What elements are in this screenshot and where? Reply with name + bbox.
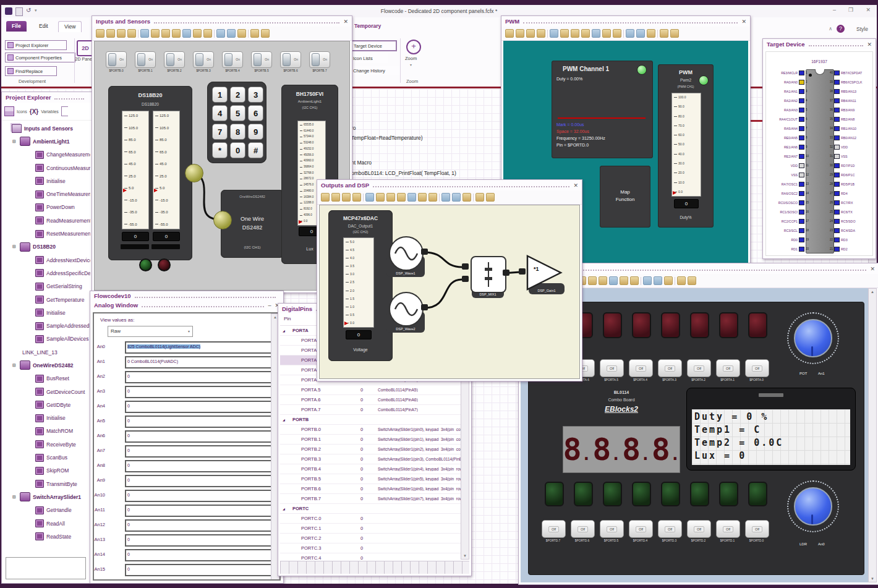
mix-in2-connector[interactable] <box>462 276 469 282</box>
toolbar-icon[interactable] <box>261 29 270 38</box>
keypad-key[interactable]: 9 <box>248 124 263 140</box>
toolbar-icon[interactable] <box>516 29 524 38</box>
keypad-key[interactable]: 2 <box>230 87 245 103</box>
toolbar-icon[interactable] <box>439 194 440 202</box>
toggle-switch[interactable]: On <box>251 51 272 68</box>
board-switch[interactable]: Off $PORTA.5 <box>600 359 623 381</box>
toolbar-icon[interactable] <box>664 276 673 285</box>
tree-item[interactable]: ⊟ OneWireDS2482 <box>4 359 90 372</box>
analog-value-field[interactable]: 0 <box>125 564 272 576</box>
toolbar-icon[interactable] <box>647 29 655 38</box>
toolbar-icon[interactable] <box>547 30 548 38</box>
toolbar-icon[interactable] <box>486 193 495 202</box>
help-icon[interactable]: ? <box>837 25 845 33</box>
toolbar-icon[interactable] <box>462 193 471 202</box>
board-switch[interactable]: Off $PORTD.2 <box>687 520 710 542</box>
digital-pin-row[interactable]: ◢ PORTC <box>280 504 461 514</box>
mix-in1-connector[interactable] <box>462 263 469 270</box>
chip-pin[interactable]: 38RB5/AN13 <box>828 89 872 93</box>
ds18b20-slider-2[interactable]: 125.0105.085.065.045.025.05.0-15.0-35.0-… <box>153 111 180 229</box>
tree-item[interactable]: GetDeviceCount <box>4 385 90 398</box>
chip-pin[interactable]: RA7/OSC113 <box>767 182 811 186</box>
zoom-button[interactable]: Zoom <box>405 56 417 61</box>
slider-marker[interactable] <box>344 322 348 325</box>
onewire-node-2[interactable] <box>213 211 232 229</box>
toggle-switch[interactable]: Off <box>629 520 653 538</box>
chip-pin[interactable]: RE3/MCLR1 <box>767 70 811 75</box>
slider-marker[interactable] <box>673 191 676 195</box>
digital-pin-row[interactable]: PORTB.7 0 SwitchArray(Slider1(pin7), key… <box>280 494 461 504</box>
tree-item[interactable]: ⊟ DS18B20 <box>4 241 90 254</box>
toolbar-icon[interactable] <box>365 193 374 202</box>
toolbar-icon[interactable] <box>331 193 340 202</box>
toolbar-icon[interactable] <box>654 276 662 285</box>
pot-knob[interactable] <box>794 319 832 357</box>
digital-pin-row[interactable]: PORTB.6 0 SwitchArray(Slider1(pin6), key… <box>280 484 461 494</box>
toolbar-icon[interactable] <box>452 193 461 202</box>
zoom-icon[interactable]: + <box>406 40 421 54</box>
digital-pin-row[interactable]: PORTA.6 0 ComboBL0114(PinA6) <box>280 395 461 405</box>
keypad-key[interactable]: 8 <box>230 124 245 140</box>
toolbar-icon[interactable] <box>677 276 686 285</box>
toolbar-icon[interactable] <box>397 193 406 202</box>
board-switch[interactable]: Off $PORTA.3 <box>658 359 681 381</box>
close-icon[interactable]: ✕ <box>573 182 578 189</box>
chip-pin[interactable]: RE2/AN710 <box>767 154 811 158</box>
save-icon[interactable] <box>15 7 23 16</box>
group-expander-icon[interactable]: ◢ <box>280 329 289 333</box>
toolbar-icon[interactable] <box>537 29 545 38</box>
chip-pin[interactable]: 28RD5/P1B <box>828 182 872 186</box>
digital-pin-row[interactable]: PORTB.4 0 SwitchArray(Slider1(pin4), key… <box>280 464 461 474</box>
toolbar-icon[interactable] <box>630 276 639 285</box>
board-switch[interactable]: Off $PORTA.0 <box>745 359 768 381</box>
tree-item[interactable]: PowerDown <box>4 201 90 214</box>
toolbar-icon[interactable] <box>407 193 416 202</box>
chip-pin[interactable]: 39RB6/ICSPCLK <box>828 80 872 84</box>
expand-toggle[interactable]: ⊟ <box>12 244 17 249</box>
chip-pin[interactable]: VSS12 <box>767 173 811 177</box>
chip-pin[interactable]: RA5/AN47 <box>767 126 811 130</box>
toggle-switch[interactable]: Off <box>629 359 653 377</box>
toggle-switch[interactable]: On <box>164 51 185 68</box>
toggle-switch[interactable]: On <box>135 51 156 68</box>
chip-pin[interactable]: RC1/SOSCI16 <box>767 210 811 214</box>
analog-value-field[interactable]: 825 ComboBL0114(LightSensor ADC) <box>125 341 272 354</box>
wave2-out-connector[interactable] <box>421 304 428 310</box>
board-scrollbar[interactable]: ▲▼ <box>868 288 877 582</box>
chip-pin[interactable]: 22RD3 <box>828 237 872 242</box>
toggle-switch[interactable]: Off <box>745 520 769 538</box>
digital-pin-row[interactable]: PORTB.3 0 SwitchArray(Slider1(pin3), Com… <box>280 454 461 464</box>
chip-pin[interactable]: 36RB3/AN9 <box>828 108 872 112</box>
toolbar-icon[interactable] <box>636 29 645 38</box>
analog-value-field[interactable]: 0 <box>125 519 272 532</box>
tree-item[interactable]: ReadAll <box>4 517 90 530</box>
toolbar-icon[interactable] <box>620 276 628 285</box>
tab-view[interactable]: View <box>58 21 82 32</box>
digital-pin-row[interactable]: PORTC.3 0 <box>280 543 461 553</box>
toolbar-icon[interactable] <box>117 29 126 38</box>
tree-item[interactable]: Initialise <box>4 174 90 187</box>
board-switch[interactable]: Off $PORTD.5 <box>600 520 623 542</box>
ds18b20-slider-1[interactable]: 125.0105.085.065.045.025.05.0-15.0-35.0-… <box>122 111 149 229</box>
tree-item[interactable]: ContinuousMeasure <box>4 161 90 174</box>
switch-rocker[interactable] <box>166 53 174 66</box>
chip-pin[interactable]: RD019 <box>767 237 811 242</box>
project-explorer-title[interactable]: Project Explorer <box>2 92 92 103</box>
dsp-wave1-component[interactable] <box>389 236 424 271</box>
chip-pin[interactable]: RC0/SOSCO15 <box>767 200 811 205</box>
expand-toggle[interactable]: ⊟ <box>12 495 17 500</box>
toggle-switch[interactable]: On <box>280 51 301 68</box>
toolbar-icon[interactable] <box>386 193 395 202</box>
flowcodev10-title[interactable]: Flowcodev10 <box>90 291 283 300</box>
target-device-title[interactable]: Target Device✕ <box>763 39 876 49</box>
tree-item[interactable]: ResetMeasurement <box>4 227 90 240</box>
analog-value-field[interactable]: 0 <box>125 430 272 443</box>
switch-rocker[interactable] <box>137 53 145 66</box>
toggle-switch[interactable]: Off <box>687 359 711 377</box>
toolbar-icon[interactable] <box>250 29 259 38</box>
toolbar-icon[interactable] <box>588 276 597 285</box>
digital-pin-row[interactable]: PORTA.7 0 ComboBL0114(PinA7) <box>280 405 461 415</box>
digital-pin-row[interactable]: PORTC.1 0 <box>280 524 461 534</box>
chip-pin[interactable]: RE0/AN58 <box>767 135 811 140</box>
board-switch[interactable]: Off $PORTD.6 <box>571 520 594 542</box>
